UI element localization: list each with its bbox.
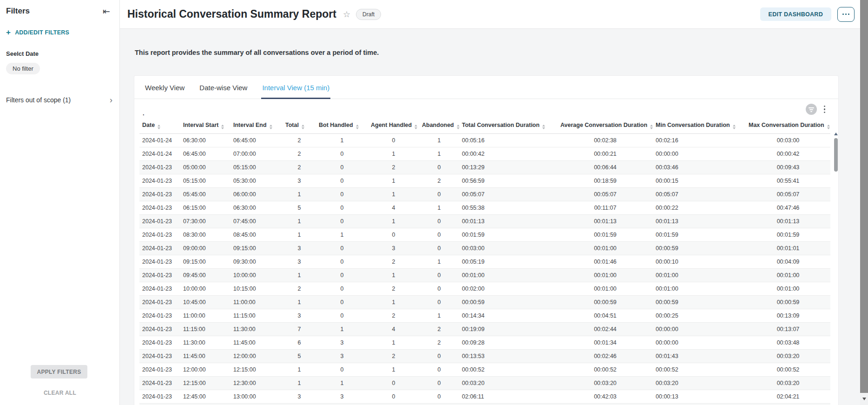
tab-bar: Weekly ViewDate-wise ViewInterval View (…	[134, 76, 838, 99]
table-cell: 2	[419, 336, 459, 350]
table-cell: 0	[316, 188, 368, 201]
table-row: 2024-01-2313:30:0013:45:00220000:00:0000…	[139, 404, 830, 405]
sort-icon[interactable]	[457, 125, 460, 129]
table-cell: 2024-01-23	[139, 188, 180, 201]
column-header-min-conversation-duration[interactable]: Min Conversation Duration	[653, 118, 746, 134]
filters-out-of-scope-row[interactable]: Filters out of scope (1) ›	[0, 96, 119, 104]
clear-all-button[interactable]: CLEAR ALL	[0, 390, 120, 396]
table-cell: 2024-01-24	[139, 134, 180, 147]
sort-icon[interactable]	[221, 125, 224, 129]
table-cell: 2024-01-24	[139, 147, 180, 161]
table-cell: 11:45:00	[230, 336, 283, 350]
collapse-sidebar-icon[interactable]: ⇤	[103, 7, 110, 16]
table-cell: 5	[283, 350, 316, 363]
table-row: 2024-01-2311:15:0011:30:00714200:19:0900…	[139, 323, 830, 336]
table-cell: 00:11:07	[558, 201, 653, 215]
column-header-date[interactable]: Date	[139, 118, 180, 134]
table-cell: 09:15:00	[180, 255, 230, 269]
table-cell: 00:05:19	[459, 255, 558, 269]
table-cell: 3	[283, 255, 316, 269]
table-scrollbar-thumb[interactable]	[834, 138, 838, 172]
tab-date-wise-view[interactable]: Date-wise View	[198, 76, 248, 99]
sort-icon[interactable]	[542, 125, 545, 129]
edit-dashboard-button[interactable]: EDIT DASHBOARD	[760, 7, 831, 21]
scroll-down-button[interactable]	[860, 393, 868, 405]
sort-icon[interactable]	[158, 125, 160, 129]
table-cell: 4	[368, 201, 419, 215]
table-cell: 00:02:00	[459, 282, 558, 296]
table-cell: 00:00:42	[459, 147, 558, 161]
column-header-bot-handled[interactable]: Bot Handled	[316, 118, 368, 134]
column-header-max-conversation-duration[interactable]: Max Conversation Duration	[746, 118, 830, 134]
column-header-total[interactable]: Total	[283, 118, 316, 134]
table-cell: 00:55:38	[459, 201, 558, 215]
table-cell: 3	[283, 242, 316, 255]
table-cell: 00:00:15	[653, 174, 746, 188]
table-cell: 07:30:00	[180, 215, 230, 228]
add-edit-filters-button[interactable]: + ADD/EDIT FILTERS	[0, 28, 119, 36]
column-header-average-conversation-duration[interactable]: Average Conversation Duration	[558, 118, 653, 134]
sort-icon[interactable]	[827, 125, 830, 129]
table-cell: 00:00:00	[653, 323, 746, 336]
page-scrollbar-thumb[interactable]	[860, 0, 868, 393]
sort-icon[interactable]	[650, 125, 653, 129]
apply-filters-button[interactable]: APPLY FILTERS	[31, 365, 87, 378]
star-icon[interactable]: ☆	[343, 9, 350, 20]
table-cell: 00:04:09	[746, 255, 830, 269]
table-cell: 12:15:00	[180, 377, 230, 390]
table-cell: 2	[316, 404, 368, 405]
sort-icon[interactable]	[414, 125, 417, 129]
table-cell: 00:02:46	[558, 350, 653, 363]
sort-icon[interactable]	[302, 125, 304, 129]
column-header-total-conversation-duration[interactable]: Total Conversation Duration	[459, 118, 558, 134]
scroll-up-icon[interactable]	[834, 133, 838, 135]
table-cell: 0	[368, 390, 419, 404]
column-header-agent-handled[interactable]: Agent Handled	[368, 118, 419, 134]
table-cell: 0	[419, 296, 459, 309]
more-options-button[interactable]	[837, 7, 855, 22]
table-scrollbar[interactable]	[834, 133, 838, 405]
table-cell: 00:13:29	[459, 161, 558, 174]
table-cell: 0	[316, 269, 368, 282]
table-cell: 00:00:25	[653, 309, 746, 323]
date-filter-chip[interactable]: No filter	[6, 63, 40, 74]
report-description: This report provides the summary of all …	[135, 49, 860, 56]
table-cell: 0	[316, 282, 368, 296]
column-header-abandoned[interactable]: Abandoned	[419, 118, 459, 134]
sort-icon[interactable]	[270, 125, 272, 129]
table-cell: 3	[283, 174, 316, 188]
table-cell: 00:01:00	[558, 282, 653, 296]
plus-icon: +	[6, 28, 11, 36]
table-cell: 0	[316, 201, 368, 215]
column-header-interval-end[interactable]: Interval End	[230, 118, 283, 134]
page-scrollbar[interactable]	[860, 0, 868, 405]
table-cell: 00:09:28	[459, 336, 558, 350]
table-cell: 07:00:00	[230, 147, 283, 161]
table-cell: 00:19:09	[459, 323, 558, 336]
table-cell: 2024-01-23	[139, 255, 180, 269]
table-cell: 2	[283, 134, 316, 147]
table-cell: 12:15:00	[230, 363, 283, 377]
tab-weekly-view[interactable]: Weekly View	[144, 76, 185, 99]
table-cell: 00:01:43	[653, 350, 746, 363]
table-cell: 10:00:00	[180, 282, 230, 296]
column-header-interval-start[interactable]: Interval Start	[180, 118, 230, 134]
table-cell: 1	[316, 323, 368, 336]
table-filter-icon[interactable]	[806, 104, 817, 115]
sort-icon[interactable]	[356, 125, 359, 129]
table-cell: 05:00:00	[180, 161, 230, 174]
table-cell: 00:05:07	[746, 188, 830, 201]
table-cell: 0	[316, 147, 368, 161]
table-cell: 0	[316, 255, 368, 269]
table-cell: 0	[316, 215, 368, 228]
table-cell: 00:05:07	[653, 188, 746, 201]
table-cell: 1	[419, 201, 459, 215]
table-kebab-icon[interactable]	[823, 105, 827, 114]
add-edit-filters-label: ADD/EDIT FILTERS	[15, 29, 69, 36]
table-cell: 00:01:46	[558, 255, 653, 269]
interval-table: DateInterval StartInterval EndTotalBot H…	[139, 118, 830, 405]
table-cell: 00:03:20	[653, 377, 746, 390]
tab-interval-view-15-min-[interactable]: Interval View (15 min)	[261, 76, 330, 99]
sort-icon[interactable]	[733, 125, 736, 129]
table-cell: 00:00:13	[653, 390, 746, 404]
